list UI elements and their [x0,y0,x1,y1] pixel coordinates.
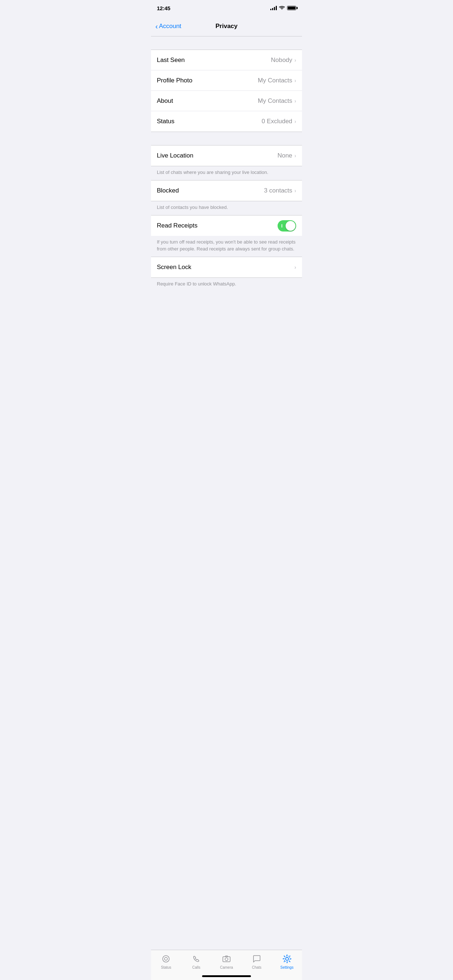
wifi-icon [279,6,285,10]
blocked-row[interactable]: Blocked 3 contacts › [151,180,302,201]
live-location-chevron-icon: › [294,153,296,159]
status-label: Status [157,118,174,125]
read-receipts-toggle[interactable]: I [278,220,296,232]
about-label: About [157,97,173,105]
toggle-knob [286,221,295,231]
signal-bars-icon [270,6,277,10]
back-button[interactable]: ‹ Account [155,22,181,30]
about-value: My Contacts [258,97,292,105]
screen-lock-row[interactable]: Screen Lock › [151,257,302,277]
live-location-description: List of chats where you are sharing your… [151,166,302,180]
blocked-value-container: 3 contacts › [264,187,296,194]
about-row[interactable]: About My Contacts › [151,91,302,111]
read-receipts-row: Read Receipts I [151,215,302,236]
visibility-group: Last Seen Nobody › Profile Photo My Cont… [151,49,302,132]
nav-bar: ‹ Account Privacy [151,16,302,37]
read-receipts-group: Read Receipts I [151,215,302,236]
last-seen-value: Nobody [271,57,292,64]
live-location-value-container: None › [278,152,296,159]
live-location-value: None [278,152,292,159]
status-icons [270,6,296,10]
about-value-container: My Contacts › [258,97,296,105]
status-chevron-icon: › [294,118,296,124]
profile-photo-value-container: My Contacts › [258,77,296,84]
back-chevron-icon: ‹ [155,22,158,30]
live-location-label: Live Location [157,152,193,159]
screen-lock-label: Screen Lock [157,264,191,271]
last-seen-row[interactable]: Last Seen Nobody › [151,50,302,70]
profile-photo-row[interactable]: Profile Photo My Contacts › [151,70,302,91]
back-label: Account [159,22,181,30]
live-location-group: Live Location None › [151,145,302,166]
live-location-row[interactable]: Live Location None › [151,145,302,166]
blocked-description: List of contacts you have blocked. [151,201,302,215]
screen-lock-value-container: › [294,264,296,270]
section-gap-1 [151,37,302,49]
battery-icon [287,6,296,10]
about-chevron-icon: › [294,98,296,104]
toggle-i-label: I [281,223,283,229]
status-value: 0 Excluded [262,118,292,125]
status-time: 12:45 [157,5,170,11]
status-value-container: 0 Excluded › [262,118,296,125]
read-receipts-label: Read Receipts [157,222,198,229]
blocked-chevron-icon: › [294,188,296,194]
screen-lock-chevron-icon: › [294,264,296,270]
last-seen-chevron-icon: › [294,57,296,63]
profile-photo-label: Profile Photo [157,77,192,84]
read-receipts-description: If you turn off read receipts, you won't… [151,236,302,257]
profile-photo-chevron-icon: › [294,78,296,83]
blocked-value: 3 contacts [264,187,292,194]
screen-lock-description: Require Face ID to unlock WhatsApp. [151,278,302,292]
page-title: Privacy [215,22,238,30]
last-seen-label: Last Seen [157,57,185,64]
blocked-group: Blocked 3 contacts › [151,180,302,201]
status-row[interactable]: Status 0 Excluded › [151,111,302,132]
section-gap-2 [151,132,302,145]
last-seen-value-container: Nobody › [271,57,296,64]
status-bar: 12:45 [151,0,302,16]
screen-lock-group: Screen Lock › [151,257,302,278]
blocked-label: Blocked [157,187,179,194]
profile-photo-value: My Contacts [258,77,292,84]
main-content: Last Seen Nobody › Profile Photo My Cont… [151,37,302,328]
